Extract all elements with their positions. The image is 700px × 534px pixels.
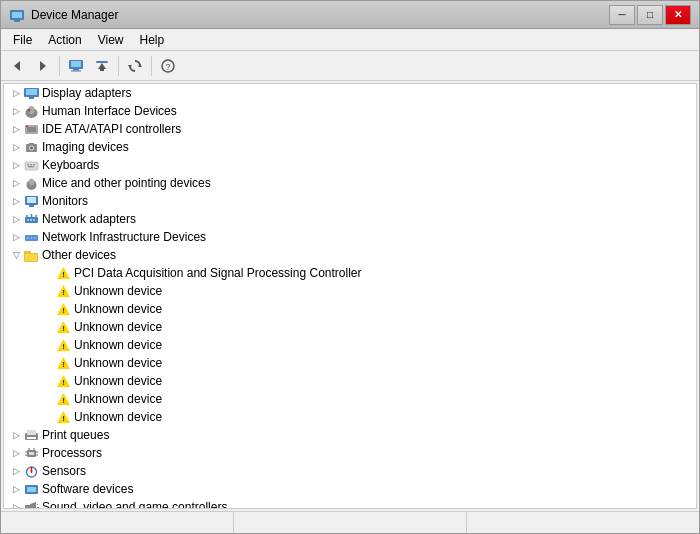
- label-unknown1: Unknown device: [74, 284, 162, 298]
- svg-marker-88: [30, 502, 36, 510]
- tree-item-network-infra[interactable]: ▷ Network Infrastructure Devices: [4, 228, 696, 246]
- tree-item-unknown5[interactable]: ▷ ! Unknown device: [4, 354, 696, 372]
- svg-rect-11: [100, 67, 104, 71]
- svg-point-47: [27, 237, 29, 239]
- tree-item-unknown7[interactable]: ▷ ! Unknown device: [4, 390, 696, 408]
- tree-item-network-adapters[interactable]: ▷ Network adapters: [4, 210, 696, 228]
- expander-network-infra[interactable]: ▷: [8, 229, 24, 245]
- svg-rect-51: [24, 251, 31, 254]
- expander-network-adapters[interactable]: ▷: [8, 211, 24, 227]
- expander-monitors[interactable]: ▷: [8, 193, 24, 209]
- expander-mice[interactable]: ▷: [8, 175, 24, 191]
- expander-ide[interactable]: ▷: [8, 121, 24, 137]
- svg-rect-24: [26, 126, 28, 127]
- tree-item-other-devices[interactable]: ▽ Other devices: [4, 246, 696, 264]
- icon-unknown8: !: [56, 410, 71, 425]
- tree-item-display-adapters[interactable]: ▷ Display adapters: [4, 84, 696, 102]
- svg-rect-41: [30, 219, 32, 221]
- label-ide: IDE ATA/ATAPI controllers: [42, 122, 181, 136]
- menu-help[interactable]: Help: [132, 31, 173, 49]
- tree-item-monitors[interactable]: ▷ Monitors: [4, 192, 696, 210]
- svg-text:!: !: [62, 288, 65, 297]
- computer-button[interactable]: [64, 54, 88, 78]
- expander-display-adapters[interactable]: ▷: [8, 85, 24, 101]
- maximize-button[interactable]: □: [637, 5, 663, 25]
- svg-text:?: ?: [165, 62, 170, 72]
- svg-text:!: !: [62, 396, 65, 405]
- tree-item-processors[interactable]: ▷ Processors: [4, 444, 696, 462]
- expander-processors[interactable]: ▷: [8, 445, 24, 461]
- label-sound: Sound, video and game controllers: [42, 500, 227, 509]
- svg-rect-32: [33, 164, 35, 166]
- tree-item-imaging[interactable]: ▷ Imaging devices: [4, 138, 696, 156]
- icon-imaging: [24, 140, 39, 155]
- expander-hid[interactable]: ▷: [8, 103, 24, 119]
- tree-item-mice[interactable]: ▷ Mice and other pointing devices: [4, 174, 696, 192]
- tree-item-print-queues[interactable]: ▷ Print queues: [4, 426, 696, 444]
- window-title: Device Manager: [31, 8, 118, 22]
- label-unknown6: Unknown device: [74, 374, 162, 388]
- label-unknown8: Unknown device: [74, 410, 162, 424]
- tree-item-pci[interactable]: ▷ ! PCI Data Acquisition and Signal Proc…: [4, 264, 696, 282]
- status-section-2: [234, 512, 467, 533]
- tree-item-unknown2[interactable]: ▷ ! Unknown device: [4, 300, 696, 318]
- svg-rect-2: [14, 20, 20, 22]
- back-button[interactable]: [5, 54, 29, 78]
- svg-rect-38: [29, 205, 34, 207]
- menu-action[interactable]: Action: [40, 31, 89, 49]
- close-button[interactable]: ✕: [665, 5, 691, 25]
- tree-item-sound[interactable]: ▷ Sound, video and game controllers: [4, 498, 696, 509]
- label-hid: Human Interface Devices: [42, 104, 177, 118]
- minimize-button[interactable]: ─: [609, 5, 635, 25]
- menu-view[interactable]: View: [90, 31, 132, 49]
- icon-unknown5: !: [56, 356, 71, 371]
- device-tree[interactable]: ▷ Display adapters ▷ Human Interface Dev…: [3, 83, 697, 509]
- up-button[interactable]: [90, 54, 114, 78]
- expander-other-devices[interactable]: ▽: [8, 247, 24, 263]
- icon-processors: [24, 446, 39, 461]
- device-manager-window: Device Manager ─ □ ✕ File Action View He…: [0, 0, 700, 534]
- label-unknown5: Unknown device: [74, 356, 162, 370]
- svg-rect-52: [25, 254, 37, 261]
- icon-unknown7: !: [56, 392, 71, 407]
- expander-sound[interactable]: ▷: [8, 499, 24, 509]
- forward-button[interactable]: [31, 54, 55, 78]
- tree-item-unknown8[interactable]: ▷ ! Unknown device: [4, 408, 696, 426]
- tree-item-software-devices[interactable]: ▷ Software devices: [4, 480, 696, 498]
- svg-rect-37: [27, 197, 36, 203]
- tree-item-sensors[interactable]: ▷ Sensors: [4, 462, 696, 480]
- separator-2: [118, 56, 119, 76]
- tree-item-unknown4[interactable]: ▷ ! Unknown device: [4, 336, 696, 354]
- svg-rect-18: [29, 97, 34, 99]
- expander-imaging[interactable]: ▷: [8, 139, 24, 155]
- tree-item-unknown6[interactable]: ▷ ! Unknown device: [4, 372, 696, 390]
- icon-monitors: [24, 194, 39, 209]
- svg-text:!: !: [62, 306, 65, 315]
- icon-software-devices: [24, 482, 39, 497]
- menu-file[interactable]: File: [5, 31, 40, 49]
- svg-rect-72: [27, 430, 36, 435]
- tree-item-keyboards[interactable]: ▷ Keyboards: [4, 156, 696, 174]
- icon-network-infra: [24, 230, 39, 245]
- label-other-devices: Other devices: [42, 248, 116, 262]
- tree-item-hid[interactable]: ▷ Human Interface Devices: [4, 102, 696, 120]
- svg-rect-23: [27, 127, 36, 132]
- icon-other-devices: [24, 248, 39, 263]
- tree-item-ide[interactable]: ▷ IDE ATA/ATAPI controllers: [4, 120, 696, 138]
- expander-sensors[interactable]: ▷: [8, 463, 24, 479]
- expander-software-devices[interactable]: ▷: [8, 481, 24, 497]
- svg-rect-86: [27, 487, 36, 492]
- help-button[interactable]: ?: [156, 54, 180, 78]
- expander-keyboards[interactable]: ▷: [8, 157, 24, 173]
- separator-3: [151, 56, 152, 76]
- tree-item-unknown3[interactable]: ▷ ! Unknown device: [4, 318, 696, 336]
- tree-item-unknown1[interactable]: ▷ ! Unknown device: [4, 282, 696, 300]
- icon-print-queues: [24, 428, 39, 443]
- icon-mice: [24, 176, 39, 191]
- refresh-button[interactable]: [123, 54, 147, 78]
- svg-marker-12: [138, 64, 142, 67]
- svg-text:!: !: [62, 342, 65, 351]
- expander-print-queues[interactable]: ▷: [8, 427, 24, 443]
- label-print-queues: Print queues: [42, 428, 109, 442]
- svg-rect-40: [27, 219, 29, 221]
